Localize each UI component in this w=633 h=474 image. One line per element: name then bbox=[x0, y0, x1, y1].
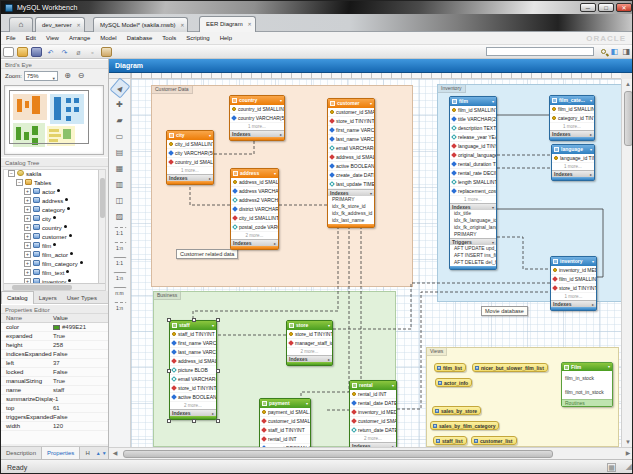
routine-group-tool[interactable]: ▨ bbox=[112, 209, 128, 223]
zoom-select[interactable]: 75%▼ bbox=[24, 71, 58, 81]
table-address[interactable]: address▾address_id SMALLINTaddress VARCH… bbox=[230, 168, 279, 250]
routine-group-film[interactable]: Film▾film_in_stockfilm_not_in_stockRouti… bbox=[561, 362, 613, 407]
tab-user-types[interactable]: User Types bbox=[62, 292, 102, 305]
property-row-manualSizing[interactable]: manualSizingTrue bbox=[1, 377, 108, 386]
collapse-icon[interactable]: ▾ bbox=[592, 257, 594, 266]
menu-scripting[interactable]: Scripting bbox=[181, 32, 214, 45]
collapse-icon[interactable]: ▾ bbox=[306, 399, 308, 408]
eraser-tool[interactable]: ▰ bbox=[112, 113, 128, 127]
text-note-tool[interactable]: ▤ bbox=[112, 145, 128, 159]
column-rental_id[interactable]: rental_id INT bbox=[350, 390, 396, 399]
selection-handle[interactable] bbox=[167, 318, 171, 322]
section-indexes[interactable]: Indexes▸ bbox=[287, 355, 332, 362]
column-rental_id[interactable]: rental_id INT bbox=[260, 435, 310, 444]
dock-down-icon[interactable]: ▼ bbox=[102, 450, 107, 456]
table-header[interactable]: staff▾ bbox=[170, 321, 216, 330]
section-indexes[interactable]: Indexes▾ bbox=[328, 189, 374, 196]
table-header[interactable]: language▾ bbox=[552, 145, 594, 154]
view-tool[interactable]: ◫ bbox=[112, 193, 128, 207]
column-active[interactable]: active BOOLEAN bbox=[328, 162, 374, 171]
tab-layers[interactable]: Layers bbox=[34, 292, 62, 305]
column-address_id[interactable]: address_id SMALLINT bbox=[328, 153, 374, 162]
tab-description[interactable]: Description bbox=[1, 447, 41, 459]
minimize-button[interactable]: ─ bbox=[580, 3, 596, 12]
column-language_id[interactable]: language_id TINY... bbox=[552, 154, 594, 163]
column-manager_staff_id[interactable]: manager_staff_id ... bbox=[287, 339, 332, 348]
section-indexes[interactable]: Indexes▸ bbox=[230, 130, 284, 137]
note-movie-database[interactable]: Movie database bbox=[481, 306, 528, 316]
tab-mysql-model-sakila-mwb-[interactable]: MySQL Model* (sakila.mwb)✕ bbox=[93, 17, 188, 32]
index-primary[interactable]: PRIMARY bbox=[450, 231, 496, 238]
index-aft-update-upd-film[interactable]: AFT UPDATE upd_film bbox=[450, 245, 496, 252]
birds-eye-minimap[interactable] bbox=[4, 85, 104, 155]
collapse-icon[interactable]: ▾ bbox=[590, 145, 592, 154]
selection-handle[interactable] bbox=[167, 369, 171, 373]
maximize-button[interactable]: □ bbox=[598, 3, 614, 12]
expander-icon[interactable]: + bbox=[24, 251, 31, 258]
find-icon[interactable] bbox=[601, 47, 606, 57]
property-row-expanded[interactable]: expandedTrue bbox=[1, 332, 108, 341]
section-indexes[interactable]: Indexes▸ bbox=[170, 409, 216, 416]
index-aft-delete-del-film[interactable]: AFT DELETE del_film bbox=[450, 259, 496, 266]
property-row-triggersExpanded[interactable]: triggersExpandedFalse bbox=[1, 413, 108, 422]
expander-icon[interactable]: + bbox=[24, 242, 31, 249]
view-nicer_but_slower_film_list[interactable]: nicer_but_slower_film_list bbox=[472, 363, 548, 372]
selection-handle[interactable] bbox=[192, 419, 196, 423]
column-city_id[interactable]: city_id SMALLINT bbox=[167, 140, 213, 149]
column-country_id[interactable]: country_id SMALLINT bbox=[230, 105, 284, 114]
redo-icon[interactable]: ↷ bbox=[59, 47, 70, 57]
index-idx-fk-language-id[interactable]: idx_fk_language_id bbox=[450, 217, 496, 224]
rel-1-n-identifying-tool[interactable]: 1:n bbox=[113, 272, 127, 283]
property-row-height[interactable]: height258 bbox=[1, 341, 108, 350]
tree-hscrollbar[interactable] bbox=[4, 283, 105, 290]
column-film_id[interactable]: film_id SMALLINT bbox=[551, 275, 596, 284]
zoom-out-icon[interactable]: ⊖ bbox=[78, 71, 85, 80]
tree-table-customer[interactable]: +customer bbox=[4, 233, 105, 242]
section-indexes[interactable]: Indexes▸ bbox=[550, 130, 594, 137]
rel-n-m-identifying-tool[interactable]: n:m bbox=[113, 287, 127, 298]
index-primary[interactable]: PRIMARY bbox=[328, 196, 374, 203]
hand-pan-tool[interactable]: ✚ bbox=[112, 97, 128, 111]
column-original_language_i...[interactable]: original_language_i... bbox=[450, 151, 496, 160]
expander-icon[interactable]: + bbox=[24, 215, 31, 222]
column-store_id[interactable]: store_id TINYINT bbox=[328, 117, 374, 126]
save-icon[interactable] bbox=[31, 47, 42, 57]
expander-icon[interactable]: + bbox=[24, 224, 31, 231]
tree-table-country[interactable]: +country bbox=[4, 224, 105, 233]
selection-handle[interactable] bbox=[192, 318, 196, 322]
table-staff[interactable]: staff▾staff_id TINYINTfirst_name VARCH..… bbox=[169, 320, 217, 420]
routine-group-header[interactable]: Film▾ bbox=[562, 363, 612, 371]
collapse-icon[interactable]: ▾ bbox=[590, 96, 592, 105]
column-release_year[interactable]: release_year YEAR bbox=[450, 133, 496, 142]
table-payment[interactable]: payment▾payment_id SMAL...customer_id SM… bbox=[259, 398, 311, 447]
index-idx-fk-store-id[interactable]: idx_fk_store_id bbox=[328, 203, 374, 210]
view-sales_by_film_category[interactable]: sales_by_film_category bbox=[430, 421, 499, 430]
rel-1-1-non-identifying-tool[interactable]: 1:1 bbox=[113, 227, 127, 238]
tab-close-icon[interactable]: ✕ bbox=[180, 18, 184, 32]
tree-table-film_actor[interactable]: +film_actor bbox=[4, 251, 105, 260]
column-city_id[interactable]: city_id SMALLINT bbox=[231, 214, 278, 223]
more-columns[interactable]: 2 more... bbox=[287, 348, 332, 355]
selection-handle[interactable] bbox=[167, 419, 171, 423]
column-return_date[interactable]: return_date DATE... bbox=[350, 426, 396, 435]
column-film_id[interactable]: film_id SMALLINT bbox=[550, 105, 594, 114]
diagram-tab-header[interactable]: Diagram bbox=[109, 59, 633, 73]
section-indexes[interactable]: Indexes▸ bbox=[552, 170, 594, 177]
table-country[interactable]: country▾country_id SMALLINTcountry VARCH… bbox=[229, 95, 285, 141]
property-row-top[interactable]: top61 bbox=[1, 404, 108, 413]
index-idx-title[interactable]: idx_title bbox=[450, 210, 496, 217]
layer-tool[interactable]: ▭ bbox=[112, 129, 128, 143]
table-header[interactable]: rental▾ bbox=[350, 381, 396, 390]
more-columns[interactable]: 1 more... bbox=[230, 123, 284, 130]
column-language_id[interactable]: language_id TINYINT bbox=[450, 142, 496, 151]
tree-table-actor[interactable]: +actor bbox=[4, 188, 105, 197]
column-address2[interactable]: address2 VARCHAR(... bbox=[231, 196, 278, 205]
table-header[interactable]: film_cate...▾ bbox=[550, 96, 594, 105]
canvas-vscrollbar[interactable]: ▲▼ bbox=[621, 79, 633, 447]
index-idx-last-name[interactable]: idx_last_name bbox=[328, 217, 374, 224]
tab-close-icon[interactable]: ✕ bbox=[247, 17, 251, 31]
collapse-icon[interactable]: ▾ bbox=[328, 321, 330, 330]
column-rental_duration[interactable]: rental_duration TIN... bbox=[450, 160, 496, 169]
select-pointer-tool[interactable]: ▶ bbox=[109, 77, 130, 98]
column-active[interactable]: active BOOLEAN bbox=[170, 393, 216, 402]
